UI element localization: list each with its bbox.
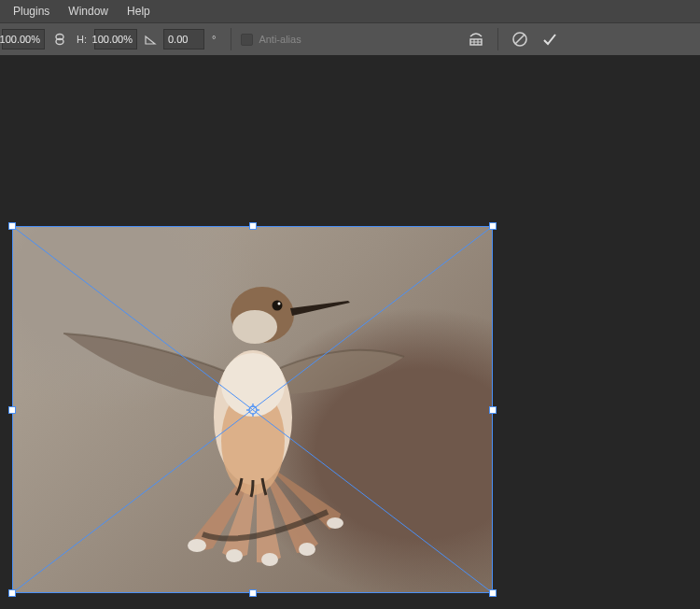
checkbox-icon [241,34,253,46]
separator [231,28,231,50]
degree-symbol: ° [212,34,216,45]
handle-bottom-right[interactable] [489,589,497,597]
menu-bar: Plugins Window Help [0,0,700,22]
handle-middle-right[interactable] [489,406,497,414]
menu-plugins[interactable]: Plugins [4,2,59,21]
antialias-checkbox: Anti-alias [241,34,301,46]
handle-top-center[interactable] [249,222,257,230]
handle-middle-left[interactable] [8,406,16,414]
svg-point-9 [226,549,243,562]
svg-point-22 [249,406,257,414]
warp-icon [468,31,484,48]
transform-options-bar: 100.00% H: 100.00% 0.00 ° Anti-alias [0,22,700,56]
svg-point-12 [327,517,343,529]
transform-center-point[interactable] [246,404,259,417]
warp-mode-button[interactable] [464,27,488,51]
rotate-angle-icon [143,32,158,47]
separator [497,28,498,50]
svg-point-8 [188,539,206,552]
svg-point-17 [232,310,277,344]
cancel-icon [511,31,528,48]
svg-point-10 [261,553,278,566]
aspect-link-icon[interactable] [50,30,69,49]
svg-point-19 [278,303,281,305]
transform-width-field[interactable]: 100.00% [2,29,45,50]
antialias-label: Anti-alias [259,34,301,45]
image-layer[interactable] [12,226,493,593]
document-tab-strip [0,56,700,78]
handle-bottom-left[interactable] [8,589,16,597]
handle-bottom-center[interactable] [249,589,257,597]
commit-transform-button[interactable] [538,27,562,51]
canvas-area[interactable] [0,78,700,609]
checkmark-icon [541,31,558,48]
height-label: H: [75,34,89,45]
transform-height-field[interactable]: 100.00% [94,29,137,50]
cancel-transform-button[interactable] [508,27,532,51]
svg-point-11 [299,543,315,556]
svg-point-18 [273,301,283,311]
handle-top-right[interactable] [489,222,497,230]
handle-top-left[interactable] [8,222,16,230]
menu-help[interactable]: Help [118,2,160,21]
menu-window[interactable]: Window [59,2,118,21]
transform-rotate-field[interactable]: 0.00 [163,29,204,50]
svg-line-7 [515,35,525,44]
